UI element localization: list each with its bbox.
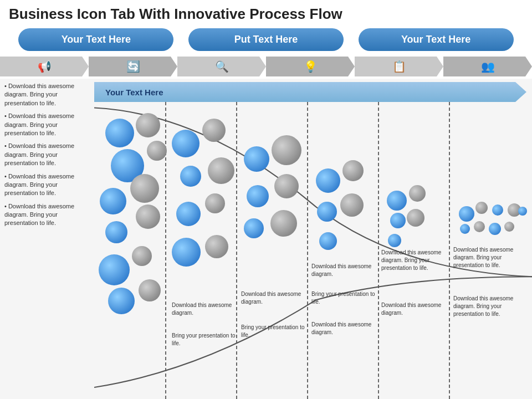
ball <box>108 288 135 314</box>
ball <box>244 146 269 172</box>
col4-text-2: Bring your presentation to life. <box>311 290 378 306</box>
main-content: Download this awesome diagram. Bring you… <box>0 79 532 399</box>
icon-arrow-5: 📋 <box>355 55 443 78</box>
ball <box>475 202 488 214</box>
arrow-shape-3: 🔍 <box>177 57 266 76</box>
ball <box>388 234 401 247</box>
ball <box>460 224 470 234</box>
ball <box>172 130 200 157</box>
left-text-3: Download this awesome diagram. Bring you… <box>4 142 90 167</box>
col6-text-2: Download this awesome diagram. Bring you… <box>453 295 525 318</box>
ball <box>504 222 514 232</box>
ball <box>132 246 152 266</box>
ball <box>202 119 226 142</box>
left-column: Download this awesome diagram. Bring you… <box>0 79 94 399</box>
ball <box>205 193 225 213</box>
icon-arrow-6: 👥 <box>443 55 532 78</box>
ball <box>100 188 126 214</box>
banner-text: Your Text Here <box>105 88 163 97</box>
ball <box>136 113 160 137</box>
left-text-4: Download this awesome diagram. Bring you… <box>4 172 90 198</box>
arrow-banner: Your Text Here <box>94 82 526 102</box>
tabs-row: Your Text Here Put Text Here Your Text H… <box>0 26 532 53</box>
ball <box>105 221 127 243</box>
ball <box>319 232 337 250</box>
diagram-area: Download this awesome diagram. Bring you… <box>94 102 532 399</box>
ball <box>270 210 297 237</box>
tab-btn-1[interactable]: Your Text Here <box>18 28 173 51</box>
ball <box>340 193 364 217</box>
ball <box>489 223 501 235</box>
icon-arrow-1: 📢 <box>0 55 89 78</box>
arrow-shape-6: 👥 <box>443 57 532 76</box>
col3-text-2: Bring your presentation to life. <box>241 324 306 339</box>
ball <box>176 202 201 226</box>
ball <box>136 204 160 229</box>
ball <box>317 202 337 222</box>
ball <box>409 185 426 202</box>
ball <box>390 213 406 228</box>
arrow-shape-4: 💡 <box>266 57 355 76</box>
arrow-shape-1: 📢 <box>0 57 89 76</box>
ball <box>105 119 134 147</box>
ball <box>180 166 201 187</box>
icon-arrow-4: 💡 <box>266 55 355 78</box>
icons-row: 📢 🔄 🔍 💡 📋 👥 <box>0 53 532 79</box>
left-text-5: Download this awesome diagram. Bring you… <box>4 202 90 228</box>
col3-text-1: Download this awesome diagram. <box>241 290 306 306</box>
page-title: Business Icon Tab With Innovative Proces… <box>9 6 523 23</box>
col6-text-1: Download this awesome diagram. Bring you… <box>453 246 525 269</box>
ball <box>272 135 301 165</box>
ball <box>147 141 167 161</box>
title-bar: Business Icon Tab With Innovative Proces… <box>0 0 532 26</box>
ball <box>208 157 234 184</box>
col4-text-3: Download this awesome diagram. <box>311 321 378 336</box>
arrow-shape-2: 🔄 <box>89 57 177 76</box>
ball <box>474 221 485 232</box>
arrow-shape-5: 📋 <box>355 57 443 76</box>
ball <box>130 174 159 203</box>
tab-btn-2[interactable]: Put Text Here <box>188 28 344 51</box>
col2-text-1: Download this awesome diagram. <box>172 301 237 317</box>
ball <box>342 160 364 181</box>
ball <box>518 207 527 216</box>
left-text-1: Download this awesome diagram. Bring you… <box>4 82 90 108</box>
ball <box>492 204 503 216</box>
left-text-2: Download this awesome diagram. Bring you… <box>4 112 90 137</box>
col5-text-2: Download this awesome diagram. <box>381 301 449 317</box>
ball <box>139 279 161 301</box>
col4-text-1: Download this awesome diagram. <box>311 263 378 278</box>
col2-text-2: Bring your presentation to life. <box>172 332 237 347</box>
ball <box>99 254 130 285</box>
ball <box>459 206 474 222</box>
ball <box>205 235 228 258</box>
icon-arrow-3: 🔍 <box>177 55 266 78</box>
ball <box>247 185 269 207</box>
ball <box>316 168 340 193</box>
page: Business Icon Tab With Innovative Proces… <box>0 0 532 399</box>
ball <box>172 238 201 267</box>
ball <box>274 174 299 198</box>
tab-btn-3[interactable]: Your Text Here <box>359 28 514 51</box>
right-panel: Your Text Here <box>94 79 532 399</box>
ball <box>387 191 407 211</box>
col5-text-1: Download this awesome diagram. Bring you… <box>381 249 449 272</box>
ball <box>407 209 424 227</box>
ball <box>244 218 264 238</box>
icon-arrow-2: 🔄 <box>89 55 177 78</box>
